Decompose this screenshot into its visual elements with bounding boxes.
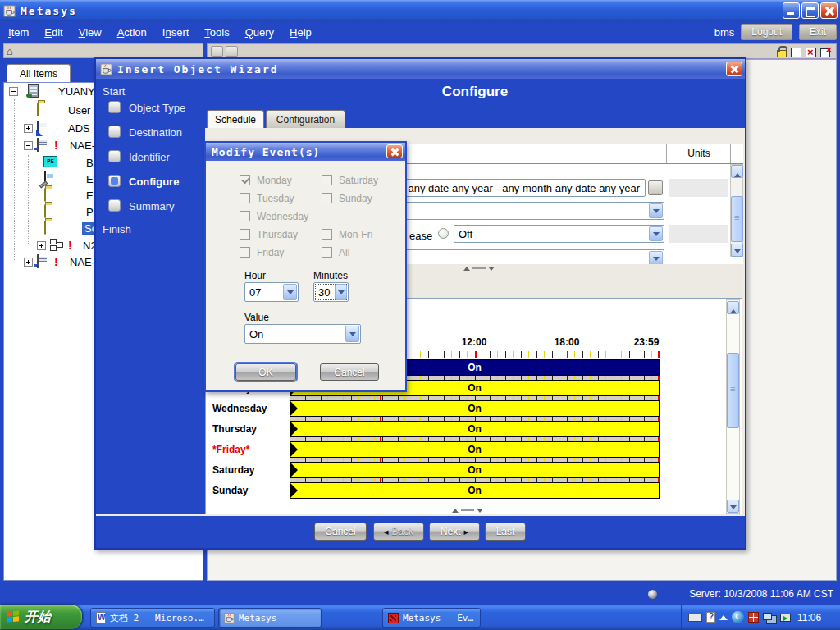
cancel-button[interactable]: Cancel <box>314 523 367 541</box>
menu-item-query[interactable]: Query <box>245 26 274 39</box>
grid-icon[interactable] <box>748 612 759 623</box>
dropdown-arrow-icon[interactable] <box>335 284 347 300</box>
keyboard-icon[interactable] <box>688 614 702 622</box>
taskbar-clock: 11:06 <box>797 612 821 623</box>
tab-all-items[interactable]: All Items <box>7 64 71 83</box>
splitter-handle[interactable] <box>463 265 495 272</box>
logout-button[interactable]: Logout <box>741 24 792 40</box>
alarm-indicator-icon: ! <box>54 255 58 268</box>
scroll-down-icon[interactable] <box>727 500 739 513</box>
close-icon[interactable] <box>726 62 742 76</box>
close-icon[interactable] <box>820 2 838 19</box>
last-button[interactable]: Last <box>485 523 526 541</box>
back-button[interactable]: ◂Back <box>373 523 424 541</box>
tab-configuration[interactable]: Configuration <box>266 110 345 128</box>
scroll-thumb[interactable] <box>731 196 743 242</box>
schedule-bar-thursday[interactable]: On <box>290 421 660 437</box>
close-icon[interactable] <box>386 144 403 158</box>
help-icon[interactable] <box>706 612 715 623</box>
expand-icon[interactable] <box>37 241 46 250</box>
menu-item-edit[interactable]: Edit <box>44 26 62 39</box>
chevron-up-icon[interactable] <box>719 611 728 620</box>
schedule-bar-saturday[interactable]: On <box>290 462 660 478</box>
checkbox-saturday[interactable] <box>322 175 332 185</box>
value-dropdown[interactable]: On <box>244 324 361 344</box>
maximize-panel-icon[interactable] <box>791 48 801 57</box>
media-icon[interactable] <box>780 614 791 622</box>
forward-nav-icon[interactable] <box>226 46 238 57</box>
lock-icon[interactable] <box>777 50 787 57</box>
minutes-dropdown[interactable]: 30 <box>313 282 349 302</box>
checkbox-label: Saturday <box>339 175 378 186</box>
cancel-button[interactable]: Cancel <box>320 363 379 381</box>
schedule-bar-friday[interactable]: On <box>290 441 660 458</box>
windows-taskbar: 开始 文档 2 - Microso... Metasys Metasys - E… <box>0 605 840 630</box>
menu-item-tools[interactable]: Tools <box>204 26 229 39</box>
server-icon <box>37 121 39 135</box>
collapse-icon[interactable] <box>9 87 18 96</box>
checkbox-mon-fri[interactable] <box>322 229 332 240</box>
taskbar-item-metasys-events[interactable]: Metasys - Events <box>382 608 481 628</box>
exit-button[interactable]: Exit <box>799 24 837 40</box>
scroll-up-icon[interactable] <box>727 301 739 314</box>
expand-icon[interactable] <box>24 258 33 267</box>
schedule-bar-sunday[interactable]: On <box>290 482 660 499</box>
dropdown-arrow-icon[interactable] <box>345 326 359 342</box>
folder-icon <box>44 188 46 202</box>
wizard-step-object-type[interactable]: Object Type <box>129 102 185 114</box>
building-icon <box>28 84 39 98</box>
date-range-browse-button[interactable]: ... <box>648 180 663 195</box>
modify-events-dialog: Modify Event(s) Monday Tuesday Wednesday… <box>204 141 407 392</box>
checkbox-thursday[interactable] <box>240 229 250 240</box>
wizard-step-destination[interactable]: Destination <box>129 126 182 139</box>
next-button[interactable]: Next▸ <box>429 523 480 541</box>
dropdown-arrow-icon[interactable] <box>649 203 663 218</box>
dropdown-arrow-icon[interactable] <box>283 284 297 300</box>
collapse-icon[interactable] <box>24 141 33 150</box>
home-icon[interactable]: ⌂ <box>7 46 13 57</box>
close-panel-icon[interactable] <box>806 48 816 57</box>
dropdown-arrow-icon[interactable] <box>649 226 663 241</box>
dropdown-arrow-icon[interactable] <box>649 251 663 264</box>
restore-icon[interactable] <box>801 2 819 19</box>
checkbox-tuesday[interactable] <box>240 193 250 203</box>
hour-dropdown[interactable]: 07 <box>244 282 299 302</box>
ok-button[interactable]: OK <box>235 363 296 381</box>
schedule-bar-wednesday[interactable]: On <box>290 400 660 417</box>
scroll-thumb[interactable] <box>727 353 739 428</box>
release-combo[interactable]: Off <box>454 225 664 243</box>
scroll-down-icon[interactable] <box>731 244 743 257</box>
tab-schedule[interactable]: Schedule <box>207 110 264 128</box>
wizard-step-nav: Start Object Type Destination Identifier… <box>96 79 205 514</box>
splitter-handle[interactable] <box>452 507 483 514</box>
menu-item-help[interactable]: Help <box>290 26 312 39</box>
taskbar-item-metasys[interactable]: Metasys <box>218 608 322 628</box>
scroll-up-icon[interactable] <box>731 165 743 178</box>
attribute-scrollbar[interactable] <box>730 164 743 257</box>
wizard-step-identifier[interactable]: Identifier <box>129 151 170 163</box>
menu-item-action[interactable]: Action <box>117 26 147 39</box>
checkbox-all[interactable] <box>322 247 332 258</box>
checkbox-monday[interactable] <box>240 175 250 185</box>
menu-item-item[interactable]: Item <box>8 26 29 39</box>
menu-item-insert[interactable]: Insert <box>162 26 189 39</box>
menu-item-view[interactable]: View <box>79 26 102 39</box>
expand-icon[interactable] <box>24 124 33 133</box>
release-radio[interactable] <box>438 228 449 239</box>
wizard-step-configure[interactable]: Configure <box>129 176 179 188</box>
network-places-icon[interactable] <box>763 613 776 623</box>
checkbox-sunday[interactable] <box>322 193 332 203</box>
close-all-panels-icon[interactable] <box>820 48 831 57</box>
schedule-scrollbar[interactable] <box>726 299 740 514</box>
messenger-icon[interactable] <box>732 611 744 623</box>
back-nav-icon[interactable] <box>211 46 223 57</box>
checkbox-wednesday[interactable] <box>240 211 250 221</box>
minimize-icon[interactable] <box>783 2 800 19</box>
modify-dialog-titlebar: Modify Event(s) <box>206 143 405 161</box>
back-arrow-icon: ◂ <box>384 527 389 537</box>
taskbar-item-word[interactable]: 文档 2 - Microso... <box>90 608 215 628</box>
start-button[interactable]: 开始 <box>0 605 82 629</box>
wizard-step-summary[interactable]: Summary <box>129 200 175 212</box>
alarm-indicator-icon: ! <box>68 239 72 252</box>
checkbox-friday[interactable] <box>240 247 250 258</box>
